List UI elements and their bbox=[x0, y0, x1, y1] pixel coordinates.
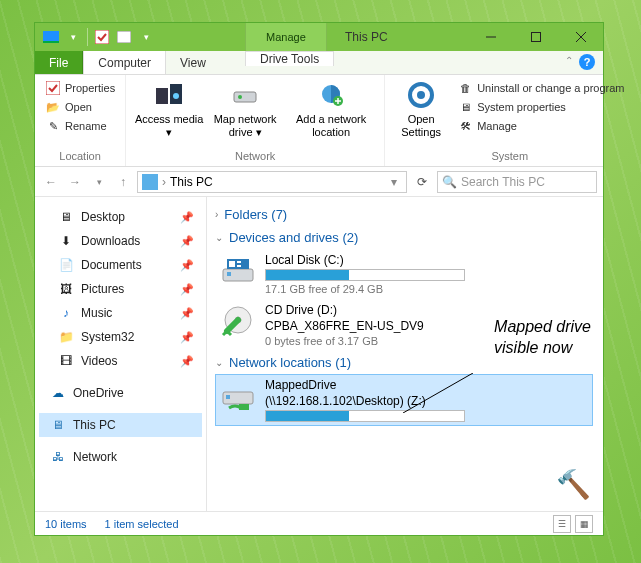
svg-rect-8 bbox=[46, 81, 60, 95]
uninstall-label: Uninstall or change a program bbox=[477, 82, 624, 94]
svg-point-13 bbox=[238, 95, 242, 99]
chevron-right-icon: › bbox=[215, 209, 218, 220]
pin-icon: 📌 bbox=[180, 283, 194, 296]
ribbon: Properties 📂Open ✎Rename Location Access… bbox=[35, 75, 603, 167]
sidebar-label: Documents bbox=[81, 258, 142, 272]
hammer-icon: 🔨 bbox=[556, 468, 591, 501]
section-label: Network locations (1) bbox=[229, 355, 351, 370]
qat-app-icon[interactable] bbox=[41, 27, 61, 47]
properties-button[interactable]: Properties bbox=[43, 79, 117, 97]
access-media-button[interactable]: Access media ▾ bbox=[134, 79, 204, 139]
qat-new-folder-icon[interactable] bbox=[114, 27, 134, 47]
rename-button[interactable]: ✎Rename bbox=[43, 117, 117, 135]
section-label: Folders (7) bbox=[224, 207, 287, 222]
pictures-icon: 🖼 bbox=[57, 280, 75, 298]
tab-drive-tools[interactable]: Drive Tools bbox=[245, 51, 334, 66]
folder-icon: 📁 bbox=[57, 328, 75, 346]
properties-label: Properties bbox=[65, 82, 115, 94]
sidebar-label: Desktop bbox=[81, 210, 125, 224]
window-title: This PC bbox=[345, 23, 388, 51]
rename-icon: ✎ bbox=[45, 118, 61, 134]
address-dropdown-icon[interactable]: ▾ bbox=[386, 175, 402, 189]
chevron-down-icon[interactable]: ▾ bbox=[63, 27, 83, 47]
sidebar-item-pictures[interactable]: 🖼Pictures📌 bbox=[39, 277, 202, 301]
drive-name: CD Drive (D:) bbox=[265, 303, 424, 317]
up-button[interactable]: ↑ bbox=[113, 172, 133, 192]
search-input[interactable]: 🔍 Search This PC bbox=[437, 171, 597, 193]
tab-view[interactable]: View bbox=[166, 51, 221, 74]
map-network-drive-button[interactable]: Map network drive ▾ bbox=[210, 79, 280, 139]
address-bar[interactable]: › This PC ▾ bbox=[137, 171, 407, 193]
section-folders[interactable]: ›Folders (7) bbox=[215, 203, 593, 226]
uninstall-program-button[interactable]: 🗑Uninstall or change a program bbox=[455, 79, 626, 97]
drive-local-disk-c[interactable]: Local Disk (C:) 17.1 GB free of 29.4 GB bbox=[215, 249, 593, 299]
this-pc-icon bbox=[142, 174, 158, 190]
sidebar-item-network[interactable]: 🖧Network bbox=[39, 445, 202, 469]
network-icon: 🖧 bbox=[49, 448, 67, 466]
map-drive-icon bbox=[229, 79, 261, 111]
sidebar-item-downloads[interactable]: ⬇Downloads📌 bbox=[39, 229, 202, 253]
tab-file[interactable]: File bbox=[35, 51, 83, 74]
map-drive-label: Map network drive ▾ bbox=[210, 113, 280, 139]
refresh-button[interactable]: ⟳ bbox=[411, 175, 433, 189]
group-label-network: Network bbox=[134, 150, 376, 164]
sidebar-item-videos[interactable]: 🎞Videos📌 bbox=[39, 349, 202, 373]
add-location-label: Add a network location bbox=[286, 113, 376, 139]
svg-point-11 bbox=[173, 93, 179, 99]
pin-icon: 📌 bbox=[180, 307, 194, 320]
properties-icon bbox=[45, 80, 61, 96]
manage-icon: 🛠 bbox=[457, 118, 473, 134]
search-placeholder: Search This PC bbox=[461, 175, 545, 189]
group-label-location: Location bbox=[43, 150, 117, 164]
sidebar-item-system32[interactable]: 📁System32📌 bbox=[39, 325, 202, 349]
sidebar-item-onedrive[interactable]: ☁OneDrive bbox=[39, 381, 202, 405]
svg-rect-19 bbox=[227, 272, 231, 276]
tiles-view-button[interactable]: ▦ bbox=[575, 515, 593, 533]
tab-computer[interactable]: Computer bbox=[83, 51, 166, 74]
manage-label: Manage bbox=[477, 120, 517, 132]
chevron-down-icon: ⌄ bbox=[215, 357, 223, 368]
chevron-down-icon[interactable]: ▾ bbox=[136, 27, 156, 47]
contextual-tab-group-label: Manage bbox=[245, 23, 327, 51]
svg-rect-0 bbox=[43, 31, 59, 41]
sys-props-label: System properties bbox=[477, 101, 566, 113]
network-drive-icon bbox=[221, 378, 255, 412]
cd-icon bbox=[221, 303, 255, 337]
add-network-location-button[interactable]: Add a network location bbox=[286, 79, 376, 139]
open-settings-button[interactable]: Open Settings bbox=[393, 79, 449, 139]
svg-rect-22 bbox=[237, 261, 241, 263]
back-button[interactable]: ← bbox=[41, 172, 61, 192]
close-button[interactable] bbox=[558, 23, 603, 51]
section-devices[interactable]: ⌄Devices and drives (2) bbox=[215, 226, 593, 249]
ribbon-group-location: Properties 📂Open ✎Rename Location bbox=[35, 75, 126, 166]
help-icon[interactable]: ? bbox=[579, 54, 595, 70]
section-label: Devices and drives (2) bbox=[229, 230, 358, 245]
system-properties-button[interactable]: 🖥System properties bbox=[455, 98, 626, 116]
pin-icon: 📌 bbox=[180, 259, 194, 272]
navigation-pane: 🖥Desktop📌 ⬇Downloads📌 📄Documents📌 🖼Pictu… bbox=[35, 197, 207, 511]
qat-properties-icon[interactable] bbox=[92, 27, 112, 47]
status-bar: 10 items 1 item selected ☰ ▦ bbox=[35, 511, 603, 535]
sidebar-item-documents[interactable]: 📄Documents📌 bbox=[39, 253, 202, 277]
sidebar-label: Music bbox=[81, 306, 112, 320]
minimize-button[interactable] bbox=[468, 23, 513, 51]
status-items: 10 items bbox=[45, 518, 87, 530]
manage-button[interactable]: 🛠Manage bbox=[455, 117, 626, 135]
ribbon-group-system: Open Settings 🗑Uninstall or change a pro… bbox=[385, 75, 634, 166]
pin-icon: 📌 bbox=[180, 211, 194, 224]
sidebar-item-this-pc[interactable]: 🖥This PC bbox=[39, 413, 202, 437]
recent-locations-button[interactable]: ▾ bbox=[89, 172, 109, 192]
svg-line-29 bbox=[403, 373, 473, 413]
svg-rect-27 bbox=[226, 395, 230, 399]
explorer-window: ▾ ▾ Manage This PC File Computer View Dr… bbox=[34, 22, 604, 536]
open-button[interactable]: 📂Open bbox=[43, 98, 117, 116]
ribbon-collapse-icon[interactable]: ⌃ bbox=[565, 55, 573, 66]
maximize-button[interactable] bbox=[513, 23, 558, 51]
sidebar-item-music[interactable]: ♪Music📌 bbox=[39, 301, 202, 325]
details-view-button[interactable]: ☰ bbox=[553, 515, 571, 533]
forward-button[interactable]: → bbox=[65, 172, 85, 192]
chevron-down-icon: ⌄ bbox=[215, 232, 223, 243]
documents-icon: 📄 bbox=[57, 256, 75, 274]
sidebar-item-desktop[interactable]: 🖥Desktop📌 bbox=[39, 205, 202, 229]
hdd-icon bbox=[221, 253, 255, 287]
